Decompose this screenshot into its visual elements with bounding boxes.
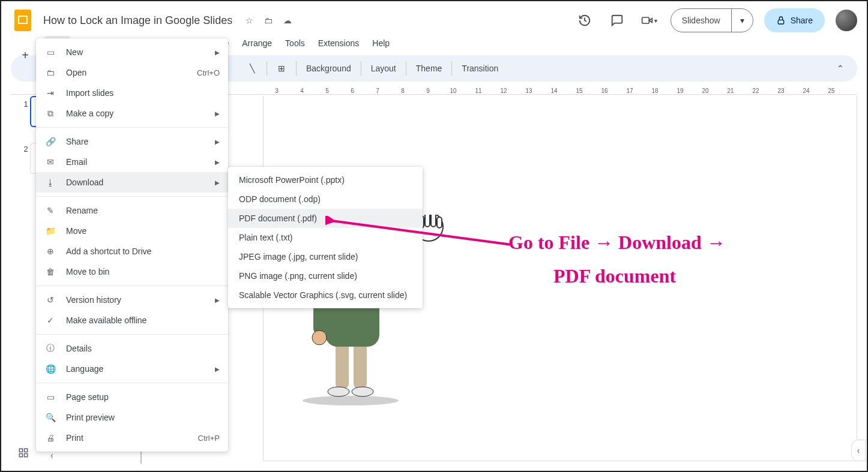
slideshow-button-group: Slideshow ▾ (671, 8, 753, 32)
download-option-odp[interactable]: ODP document (.odp) (228, 190, 423, 209)
version-history-icon: ↺ (44, 295, 56, 305)
share-label: Share (791, 16, 813, 25)
thumbnail-number: 2 (23, 145, 28, 154)
theme-button[interactable]: Theme (411, 59, 447, 78)
menu-divider (36, 383, 228, 383)
slides-logo (11, 8, 35, 32)
file-menu-open[interactable]: 🗀OpenCtrl+O (36, 62, 228, 83)
file-menu-page-setup[interactable]: ▭Page setup (36, 387, 228, 407)
menu-divider (36, 196, 228, 197)
svg-rect-3 (642, 17, 649, 23)
transition-button[interactable]: Transition (457, 59, 503, 78)
ruler-tick: 20 (693, 88, 718, 94)
menu-arrange[interactable]: Arrange (236, 36, 278, 50)
slideshow-dropdown[interactable]: ▾ (731, 9, 753, 32)
submenu-arrow-icon: ▶ (215, 179, 220, 186)
svg-rect-23 (19, 454, 22, 457)
menu-tools[interactable]: Tools (279, 36, 311, 50)
present-meet-icon[interactable]: ▾ (639, 10, 660, 31)
share-button[interactable]: Share (764, 8, 825, 32)
annotation-text: PDF document (553, 265, 676, 287)
svg-point-13 (312, 330, 327, 345)
file-menu-language[interactable]: 🌐Language▶ (36, 359, 228, 379)
document-title[interactable]: How to Lock an Image in Google Slides (40, 13, 236, 28)
menu-item-label: Make available offline (66, 315, 146, 325)
submenu-arrow-icon: ▶ (215, 159, 220, 166)
collapse-filmstrip-icon[interactable]: ‹ (50, 450, 53, 460)
grid-view-icon[interactable] (18, 447, 29, 460)
print-icon: 🖨 (44, 433, 56, 443)
file-menu-print[interactable]: 🖨PrintCtrl+P (36, 428, 228, 448)
print-preview-icon: 🔍 (44, 413, 56, 422)
new-slide-button[interactable]: + (12, 47, 38, 64)
shortcut-label: Ctrl+O (197, 68, 220, 77)
file-menu-import-slides[interactable]: ⇥Import slides (36, 83, 228, 103)
svg-rect-8 (354, 341, 367, 389)
layout-button[interactable]: Layout (366, 59, 401, 78)
file-menu-share[interactable]: 🔗Share▶ (36, 131, 228, 152)
file-menu-move[interactable]: 📁Move (36, 221, 228, 241)
download-option-scalable[interactable]: Scalable Vector Graphics (.svg, current … (228, 285, 423, 305)
comments-icon[interactable] (606, 10, 628, 31)
menu-item-label: Import slides (66, 88, 113, 98)
ruler-tick: 9 (415, 88, 441, 94)
svg-rect-21 (19, 449, 22, 452)
file-menu-download[interactable]: ⭳Download▶ (36, 172, 228, 193)
ruler-tick: 14 (541, 88, 567, 94)
page-setup-icon: ▭ (44, 392, 56, 402)
menu-help[interactable]: Help (366, 36, 396, 50)
file-menu-version-history[interactable]: ↺Version history▶ (36, 290, 228, 310)
ruler-tick: 18 (642, 88, 668, 94)
menu-item-label: Make a copy (66, 109, 113, 118)
separator (361, 61, 361, 76)
file-menu-details[interactable]: ⓘDetails (36, 338, 228, 359)
expand-side-panel-icon[interactable]: ‹ (851, 440, 866, 461)
history-icon[interactable] (574, 10, 595, 31)
share-icon: 🔗 (44, 137, 56, 146)
line-tool-icon[interactable]: ╲ (243, 59, 262, 78)
rename-icon: ✎ (44, 206, 56, 215)
language-icon: 🌐 (44, 364, 56, 374)
download-option-microsoft[interactable]: Microsoft PowerPoint (.pptx) (228, 170, 423, 190)
ruler-tick: 8 (390, 88, 415, 94)
file-menu-new[interactable]: ▭New▶ (36, 42, 228, 62)
svg-rect-5 (778, 20, 783, 24)
menu-item-label: Version history (66, 295, 121, 305)
ruler-tick: 19 (668, 88, 693, 94)
comment-tool-icon[interactable]: ⊞ (272, 59, 291, 78)
file-menu-email[interactable]: ✉Email▶ (36, 152, 228, 172)
account-avatar[interactable] (836, 10, 857, 31)
ruler-tick: 13 (516, 88, 541, 94)
menu-item-label: Move (66, 226, 86, 236)
file-menu-move-to-bin[interactable]: 🗑Move to bin (36, 261, 228, 282)
svg-point-6 (303, 396, 399, 405)
collapse-toolbar-icon[interactable]: ⌃ (831, 59, 850, 78)
file-menu-rename[interactable]: ✎Rename (36, 200, 228, 221)
title-bar: How to Lock an Image in Google Slides ☆ … (1, 1, 867, 35)
menu-divider (36, 127, 228, 128)
background-button[interactable]: Background (301, 59, 356, 78)
menu-extensions[interactable]: Extensions (312, 36, 365, 50)
open-icon: 🗀 (44, 68, 56, 77)
ruler-tick: 23 (768, 88, 794, 94)
download-option-png[interactable]: PNG image (.png, current slide) (228, 266, 423, 285)
svg-rect-22 (25, 449, 28, 452)
svg-point-10 (352, 387, 373, 396)
menu-item-label: Print preview (66, 413, 115, 422)
file-menu-make-available-offline[interactable]: ✓Make available offline (36, 310, 228, 330)
star-icon[interactable]: ☆ (243, 14, 255, 26)
menu-divider (36, 334, 228, 335)
menu-item-label: Email (66, 157, 87, 167)
menu-item-label: Page setup (66, 392, 109, 402)
ruler-tick: 16 (592, 88, 617, 94)
file-menu-make-a-copy[interactable]: ⧉Make a copy▶ (36, 103, 228, 124)
file-menu-add-a-shortcut-to-drive[interactable]: ⊕Add a shortcut to Drive (36, 241, 228, 261)
separator (451, 61, 452, 76)
move-to-folder-icon[interactable]: 🗀 (262, 14, 274, 26)
slideshow-button[interactable]: Slideshow (671, 9, 731, 32)
submenu-arrow-icon: ▶ (215, 366, 220, 372)
file-menu-print-preview[interactable]: 🔍Print preview (36, 407, 228, 428)
ruler-tick: 25 (819, 88, 844, 94)
make-a-copy-icon: ⧉ (44, 109, 56, 119)
submenu-arrow-icon: ▶ (215, 110, 220, 117)
